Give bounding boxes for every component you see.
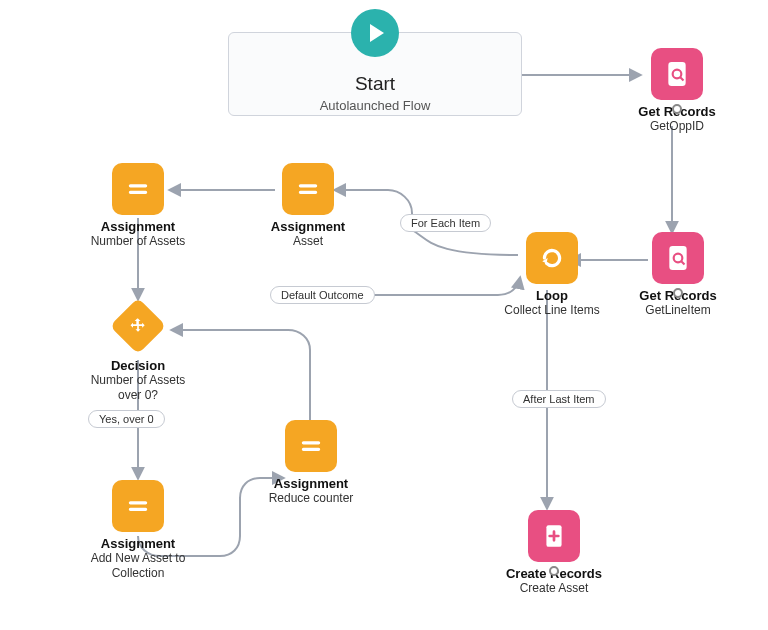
node-title: Loop xyxy=(492,288,612,303)
node-loop[interactable]: Loop Collect Line Items xyxy=(492,232,612,318)
start-node[interactable]: Start Autolaunched Flow xyxy=(228,32,522,116)
node-title: Assignment xyxy=(72,536,204,551)
start-subtitle: Autolaunched Flow xyxy=(239,98,511,113)
node-sub: Add New Asset to Collection xyxy=(72,551,204,581)
node-sub: Create Asset xyxy=(494,581,614,596)
node-get-line-item[interactable]: Get Records GetLineItem xyxy=(628,232,728,318)
node-sub: Number of Assets xyxy=(78,234,198,249)
flow-canvas[interactable]: Start Autolaunched Flow Get Records GetO… xyxy=(0,0,768,630)
assignment-icon xyxy=(285,420,337,472)
node-get-opp-id[interactable]: Get Records GetOppID xyxy=(632,48,722,134)
badge-default: Default Outcome xyxy=(270,286,375,304)
badge-yes: Yes, over 0 xyxy=(88,410,165,428)
assignment-icon xyxy=(112,480,164,532)
node-title: Decision xyxy=(78,358,198,373)
play-icon xyxy=(351,9,399,57)
start-title: Start xyxy=(239,73,511,95)
node-sub: Collect Line Items xyxy=(492,303,612,318)
node-title: Assignment xyxy=(258,219,358,234)
create-records-icon xyxy=(528,510,580,562)
badge-after-last: After Last Item xyxy=(512,390,606,408)
node-sub: Asset xyxy=(258,234,358,249)
assignment-icon xyxy=(112,163,164,215)
node-sub: Reduce counter xyxy=(256,491,366,506)
node-assign-num-assets[interactable]: Assignment Number of Assets xyxy=(78,163,198,249)
node-assign-add-new[interactable]: Assignment Add New Asset to Collection xyxy=(72,480,204,581)
node-assign-reduce[interactable]: Assignment Reduce counter xyxy=(256,420,366,506)
loop-icon xyxy=(526,232,578,284)
decision-icon xyxy=(110,298,166,354)
node-create-asset[interactable]: Create Records Create Asset xyxy=(494,510,614,596)
node-sub: Number of Assets over 0? xyxy=(78,373,198,403)
node-sub: GetLineItem xyxy=(628,303,728,318)
node-title: Assignment xyxy=(256,476,366,491)
assignment-icon xyxy=(282,163,334,215)
node-decision[interactable]: Decision Number of Assets over 0? xyxy=(78,298,198,403)
badge-for-each: For Each Item xyxy=(400,214,491,232)
node-assign-asset[interactable]: Assignment Asset xyxy=(258,163,358,249)
node-sub: GetOppID xyxy=(632,119,722,134)
get-records-icon xyxy=(651,48,703,100)
get-records-icon xyxy=(652,232,704,284)
node-title: Assignment xyxy=(78,219,198,234)
